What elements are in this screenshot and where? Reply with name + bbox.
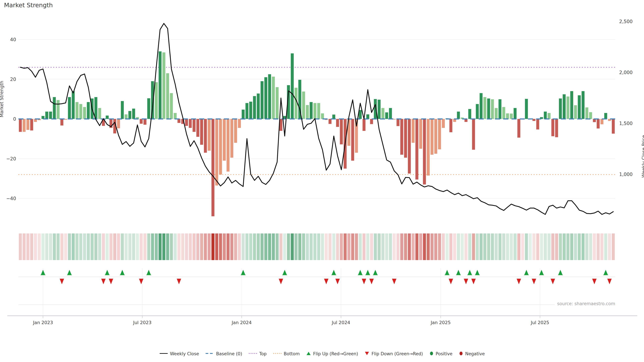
heatmap-cell [381, 233, 384, 260]
heatmap-cell [344, 233, 347, 260]
strength-bar [400, 119, 403, 155]
heatmap-cell [94, 233, 98, 260]
strength-bar [234, 119, 237, 143]
strength-bar [340, 119, 343, 144]
heatmap-cell [396, 233, 400, 260]
heatmap-cell [34, 233, 37, 260]
legend-item: Baseline (0) [205, 351, 242, 356]
left-tick-label: 20 [10, 77, 16, 82]
strength-bar [483, 97, 486, 119]
strength-bar [174, 113, 177, 119]
strength-bar [480, 93, 483, 119]
legend-item-label: Bottom [284, 351, 300, 356]
heatmap-cell [204, 233, 207, 260]
heatmap-cell [487, 233, 490, 260]
strength-bar [548, 113, 550, 119]
source-annotation: source: sharemaestro.com [555, 301, 615, 306]
heatmap-cell [438, 233, 441, 260]
legend-item: Weekly Close [159, 351, 199, 356]
flip-up-icon [366, 270, 370, 275]
heatmap-cell [604, 233, 607, 260]
strength-bar [570, 91, 573, 119]
strength-bar [242, 110, 245, 119]
heatmap-cell [110, 233, 112, 260]
strength-bar [57, 100, 60, 119]
heatmap-cell [212, 233, 214, 260]
heatmap-cell [68, 233, 71, 260]
heatmap-cell [276, 233, 279, 260]
right-tick-label: 2,000 [619, 70, 632, 75]
flip-up-icon [282, 270, 287, 275]
heatmap-cell [570, 233, 573, 260]
heatmap-cell [298, 233, 301, 260]
strength-bar [276, 87, 279, 119]
flip-up-icon [306, 351, 311, 356]
strength-bar [468, 109, 471, 119]
strength-bar [589, 112, 592, 119]
heatmap-cell [49, 233, 52, 260]
strength-bar [124, 114, 128, 119]
flip-down-icon [448, 279, 453, 284]
strength-bar [30, 119, 33, 131]
heatmap-cell [374, 233, 377, 260]
strength-bar [87, 102, 90, 119]
heatmap-cell [514, 233, 516, 260]
strength-bar [498, 99, 502, 119]
strength-bar [212, 119, 214, 216]
strength-bar [121, 101, 124, 119]
flip-down-icon [177, 279, 181, 284]
heatmap-cell [128, 233, 131, 260]
flip-down-icon [592, 279, 596, 284]
heatmap-cell [234, 233, 237, 260]
strength-bar [362, 119, 366, 131]
strength-bar [144, 119, 146, 125]
strength-bar [226, 119, 230, 172]
flip-down-icon [60, 279, 64, 284]
heatmap-cell [121, 233, 124, 260]
heatmap-cell [574, 233, 577, 260]
strength-bar [336, 119, 339, 127]
baseline-dash-icon [205, 352, 214, 356]
heatmap-cell [597, 233, 600, 260]
flip-up-icon [524, 270, 528, 275]
heatmap-cell [355, 233, 358, 260]
flip-down-icon [532, 279, 536, 284]
strength-bar [321, 113, 324, 119]
strength-bar [189, 119, 192, 128]
heatmap-cell [192, 233, 196, 260]
strength-bar [612, 119, 615, 134]
flip-up-icon [373, 270, 378, 275]
bottom-dotted-icon [273, 352, 282, 356]
x-tick-label: Jan 2023 [33, 320, 53, 325]
heatmap-cell [166, 233, 169, 260]
flip-down-icon [607, 279, 612, 284]
heatmap-cell [340, 233, 343, 260]
heatmap-cell [389, 233, 392, 260]
legend-item-label: Negative [465, 351, 485, 356]
heatmap-cell [491, 233, 494, 260]
heatmap-cell [593, 233, 596, 260]
heatmap-cell [226, 233, 230, 260]
strength-bar [457, 112, 460, 119]
heatmap-cell [196, 233, 200, 260]
positive-dot-icon [429, 351, 434, 356]
strength-bar [472, 119, 475, 150]
strength-bar [76, 102, 78, 119]
heatmap-cell [366, 233, 369, 260]
legend-item-label: Top [259, 351, 267, 356]
strength-bar [566, 96, 570, 119]
heatmap-cell [144, 233, 146, 260]
strength-bar [106, 116, 109, 119]
legend-item-label: Flip Up (Red→Green) [313, 351, 358, 356]
heatmap-cell [113, 233, 116, 260]
heatmap-cell [559, 233, 562, 260]
flip-down-icon [517, 279, 521, 284]
strength-bar [510, 114, 513, 119]
flip-up-icon [105, 270, 109, 275]
flip-up-icon [475, 270, 480, 275]
heatmap-cell [23, 233, 26, 260]
strength-bar [117, 119, 120, 128]
flip-up-icon [445, 270, 449, 275]
heatmap-cell [19, 233, 22, 260]
strength-bar [159, 51, 162, 119]
